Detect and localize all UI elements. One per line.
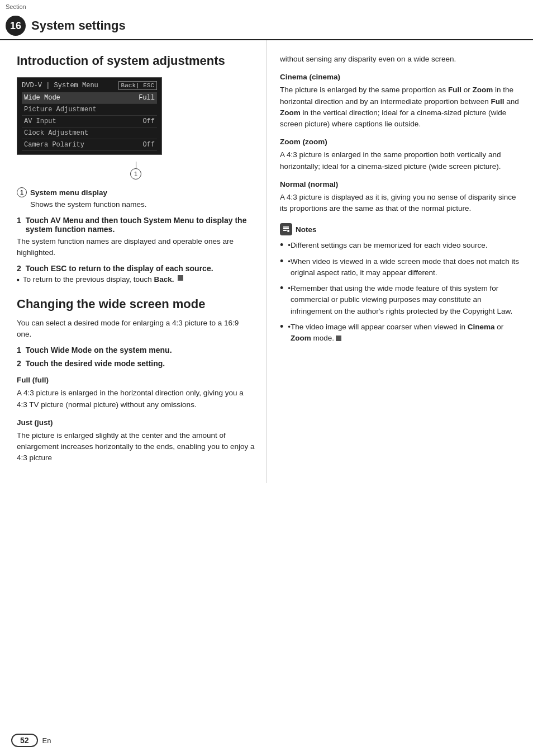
callout-1-title: System menu display xyxy=(30,187,147,199)
ws-step-2: 2 Touch the desired wide mode setting. xyxy=(17,359,255,368)
cinema-heading: Cinema (cinema) xyxy=(280,73,522,81)
callout-1-text: Shows the system function names. xyxy=(30,199,147,210)
language-label: En xyxy=(42,736,51,745)
left-column: Introduction of system adjustments DVD-V… xyxy=(0,40,266,483)
page-header: 16 System settings xyxy=(0,4,533,40)
menu-row-value: Off xyxy=(142,117,155,125)
note-text: Remember that using the wide mode featur… xyxy=(291,283,522,317)
menu-row: Wide Mode Full xyxy=(22,92,157,104)
right-column: without sensing any disparity even on a … xyxy=(266,40,533,483)
system-menu-screenshot: DVD-V | System Menu Back| ESC Wide Mode … xyxy=(17,77,162,155)
step-2-bullet: To return to the previous display, touch… xyxy=(17,275,255,284)
normal-text: A 4:3 picture is displayed as it is, giv… xyxy=(280,192,522,215)
zoom-heading: Zoom (zoom) xyxy=(280,138,522,146)
note-text: The video image will appear coarser when… xyxy=(291,322,522,344)
cinema-text-5: in the vertical direction; ideal for a c… xyxy=(280,108,506,128)
callout-number-1: 1 xyxy=(130,168,141,179)
menu-row-label: Camera Polarity xyxy=(24,141,84,149)
page-footer: 52 En xyxy=(0,734,533,747)
right-intro: without sensing any disparity even on a … xyxy=(280,54,522,65)
menu-back-esc: Back| ESC xyxy=(118,81,157,90)
main-content: Introduction of system adjustments DVD-V… xyxy=(0,40,533,483)
ws-step-2-text: Touch the desired wide mode setting. xyxy=(26,359,165,368)
step-2-number: 2 xyxy=(17,264,21,273)
cinema-text-4: and xyxy=(506,97,519,106)
intro-title: Introduction of system adjustments xyxy=(17,54,255,68)
cinema-text: The picture is enlarged by the same prop… xyxy=(280,84,522,130)
zoom-text: A 4:3 picture is enlarged in the same pr… xyxy=(280,149,522,172)
note-item: • The video image will appear coarser wh… xyxy=(280,322,522,344)
note-item: • When video is viewed in a wide screen … xyxy=(280,256,522,279)
menu-row: AV Input Off xyxy=(22,116,157,127)
ws-step-1-number: 1 xyxy=(17,346,21,355)
svg-point-0 xyxy=(287,230,289,232)
cinema-bold-3: Full xyxy=(491,97,505,106)
step-2-bullet-text: To return to the previous display, touch xyxy=(23,275,152,284)
just-heading: Just (just) xyxy=(17,418,255,427)
just-text: The picture is enlarged slightly at the … xyxy=(17,430,255,464)
page-number: 52 xyxy=(11,734,38,747)
menu-row-value: Off xyxy=(142,141,155,149)
cinema-text-2: or xyxy=(464,86,473,94)
menu-row-value: Full xyxy=(139,94,155,102)
step-2-back: Back. xyxy=(154,275,174,284)
notes-section: Notes • Different settings can be memori… xyxy=(280,223,522,344)
section-number: 16 xyxy=(6,16,26,36)
full-text: A 4:3 picture is enlarged in the horizon… xyxy=(17,388,255,410)
menu-row-label: Picture Adjustment xyxy=(24,106,97,114)
menu-row-label: Clock Adjustment xyxy=(24,129,88,137)
step-1-body: The system function names are displayed … xyxy=(17,236,255,259)
notes-label: Notes xyxy=(296,225,317,234)
ws-step-2-number: 2 xyxy=(17,359,21,368)
page-title: System settings xyxy=(31,18,126,33)
notes-list: • Different settings can be memorized fo… xyxy=(280,240,522,344)
note-item: • Different settings can be memorized fo… xyxy=(280,240,522,251)
wide-screen-title: Changing the wide screen mode xyxy=(17,297,255,311)
end-square-icon xyxy=(178,275,183,281)
wide-screen-intro: You can select a desired mode for enlarg… xyxy=(17,318,255,341)
step-2-text: Touch ESC to return to the display of ea… xyxy=(26,264,213,273)
ws-step-1: 1 Touch Wide Mode on the system menu. xyxy=(17,346,255,355)
step-1-number: 1 xyxy=(17,216,21,225)
menu-row: Clock Adjustment xyxy=(22,127,157,139)
full-heading: Full (full) xyxy=(17,376,255,384)
menu-row-label: Wide Mode xyxy=(24,94,60,102)
menu-row: Camera Polarity Off xyxy=(22,139,157,151)
menu-row: Picture Adjustment xyxy=(22,104,157,116)
menu-row-label: AV Input xyxy=(24,117,56,125)
note-text: Different settings can be memorized for … xyxy=(291,240,487,251)
cinema-bold-1: Full xyxy=(448,86,461,94)
callout-area: 1 xyxy=(17,162,255,179)
callout-1-section: 1 System menu display Shows the system f… xyxy=(17,187,255,210)
note-text: When video is viewed in a wide screen mo… xyxy=(291,256,522,279)
step-1: 1 Touch AV Menu and then touch System Me… xyxy=(17,216,255,259)
menu-header-left: DVD-V | System Menu xyxy=(22,82,98,89)
notes-header: Notes xyxy=(280,223,522,235)
notes-icon xyxy=(280,223,292,235)
circle-1: 1 xyxy=(17,187,27,197)
step-1-text: Touch AV Menu and then touch System Menu… xyxy=(26,216,255,234)
normal-heading: Normal (normal) xyxy=(280,180,522,188)
step-2: 2 Touch ESC to return to the display of … xyxy=(17,264,255,284)
cinema-bold-2: Zoom xyxy=(472,86,493,94)
end-square-icon xyxy=(336,336,341,341)
cinema-text-1: The picture is enlarged by the same prop… xyxy=(280,86,446,94)
ws-step-1-text: Touch Wide Mode on the system menu. xyxy=(26,346,172,355)
note-item: • Remember that using the wide mode feat… xyxy=(280,283,522,317)
cinema-bold-4: Zoom xyxy=(280,108,301,117)
section-label: Section xyxy=(6,3,26,10)
